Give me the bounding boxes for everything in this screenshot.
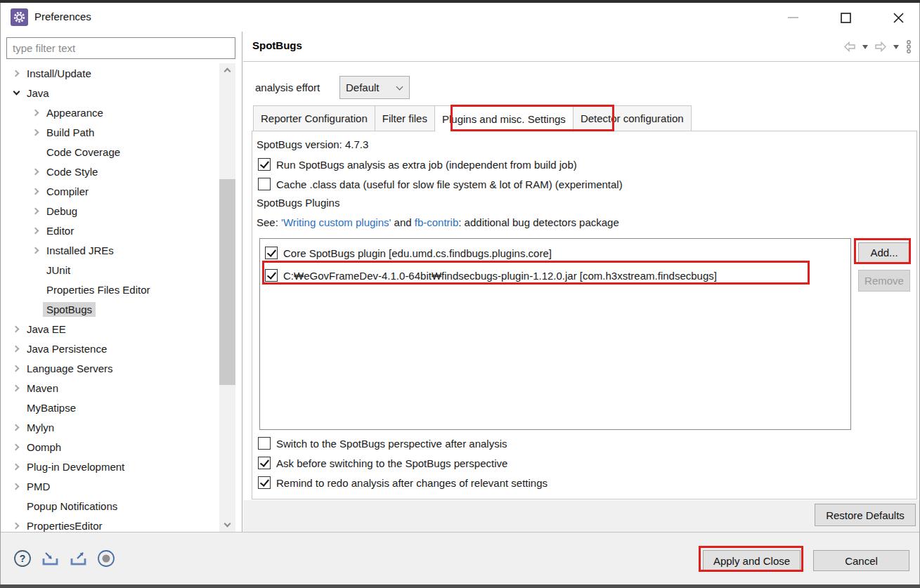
plugins-heading: SpotBugs Plugins [257, 197, 339, 209]
tab-bar: Reporter ConfigurationFilter filesPlugin… [253, 105, 692, 131]
tree-item-mybatipse[interactable]: MyBatipse [1, 398, 219, 417]
back-dropdown-icon[interactable] [862, 45, 868, 49]
back-arrow-icon[interactable] [843, 41, 856, 52]
chevron-collapsed-icon[interactable] [30, 245, 42, 255]
gear-icon [11, 8, 28, 26]
chevron-collapsed-icon[interactable] [30, 107, 42, 117]
plugin-row-1[interactable]: C:₩eGovFrameDev-4.1.0-64bit₩findsecbugs-… [265, 265, 717, 286]
chevron-collapsed-icon[interactable] [11, 324, 22, 334]
tree-item-plug-in-development[interactable]: Plug-in Development [1, 457, 219, 476]
restore-defaults-button[interactable]: Restore Defaults [815, 504, 916, 526]
chevron-collapsed-icon[interactable] [11, 422, 22, 432]
tree-item-label: Properties Files Editor [46, 284, 150, 296]
sidebar-scrollbar[interactable] [219, 63, 235, 532]
cancel-button[interactable]: Cancel [813, 550, 909, 571]
tree-item-install-update[interactable]: Install/Update [1, 63, 219, 83]
no-chevron [30, 285, 42, 294]
tree-item-compiler[interactable]: Compiler [1, 181, 219, 201]
chevron-collapsed-icon[interactable] [30, 166, 42, 176]
tree-item-build-path[interactable]: Build Path [1, 122, 219, 142]
filter-input[interactable] [6, 37, 235, 59]
tree-item-label: JUnit [46, 264, 70, 276]
tab-detector-configuration[interactable]: Detector configuration [574, 105, 692, 131]
checkbox-checked[interactable] [258, 476, 271, 489]
tree-item-mylyn[interactable]: Mylyn [1, 417, 219, 437]
tree-item-label: MyBatipse [27, 402, 76, 414]
checkbox-checked[interactable] [265, 269, 278, 282]
page-nav-toolbar [843, 39, 912, 54]
chevron-expanded-icon[interactable] [11, 88, 22, 98]
tree-item-oomph[interactable]: Oomph [1, 437, 219, 457]
record-icon[interactable] [97, 549, 115, 568]
tree-item-properties-files-editor[interactable]: Properties Files Editor [1, 280, 219, 299]
tree-item-popup-notifications[interactable]: Popup Notifications [1, 496, 219, 516]
checkbox-unchecked[interactable] [258, 437, 271, 450]
tree-item-code-coverage[interactable]: Code Coverage [1, 142, 219, 162]
fb-contrib-link[interactable]: fb-contrib [415, 216, 459, 228]
scroll-up-icon[interactable] [219, 63, 235, 77]
chevron-collapsed-icon[interactable] [30, 186, 42, 196]
maximize-button[interactable] [829, 7, 862, 28]
checkbox-checked[interactable] [258, 158, 271, 171]
import-icon[interactable] [41, 549, 60, 568]
option-ask-before-switching-to-the-spotbugs-per: Ask before switching to the SpotBugs per… [258, 454, 507, 472]
chevron-collapsed-icon[interactable] [11, 462, 22, 471]
forward-arrow-icon[interactable] [874, 41, 887, 52]
tree-item-label: Oomph [27, 441, 61, 453]
restore-defaults-band: Restore Defaults [243, 500, 919, 532]
add-button[interactable]: Add... [858, 242, 910, 263]
see-suffix: : additional bug detectors package [458, 216, 619, 228]
checkbox-unchecked[interactable] [258, 178, 271, 190]
tab-plugins-and-misc-settings[interactable]: Plugins and misc. Settings [435, 105, 574, 132]
plugin-row-0[interactable]: Core SpotBugs plugin [edu.umd.cs.findbug… [265, 242, 552, 263]
tree-item-maven[interactable]: Maven [1, 378, 219, 398]
chevron-collapsed-icon[interactable] [11, 442, 22, 452]
export-icon[interactable] [69, 549, 88, 568]
tree-item-java[interactable]: Java [1, 83, 219, 103]
dialog-footer: ? Apply and Close Cancel [1, 532, 919, 584]
chevron-collapsed-icon[interactable] [11, 363, 22, 373]
scrollbar-thumb[interactable] [219, 179, 235, 385]
tree-item-java-persistence[interactable]: Java Persistence [1, 339, 219, 358]
chevron-collapsed-icon[interactable] [30, 127, 42, 137]
chevron-collapsed-icon[interactable] [11, 521, 22, 530]
chevron-collapsed-icon[interactable] [11, 383, 22, 393]
tab-filter-files[interactable]: Filter files [375, 105, 435, 131]
minimize-button[interactable] [777, 7, 809, 28]
chevron-collapsed-icon[interactable] [30, 226, 42, 235]
scroll-down-icon[interactable] [219, 518, 235, 532]
vertical-dots-icon[interactable] [905, 39, 912, 54]
plugin-list[interactable]: Core SpotBugs plugin [edu.umd.cs.findbug… [259, 238, 851, 430]
tree-item-installed-jres[interactable]: Installed JREs [1, 240, 219, 260]
tree-item-editor[interactable]: Editor [1, 221, 219, 240]
option-label: Remind to redo analysis after changes of… [276, 477, 548, 489]
tree-item-java-ee[interactable]: Java EE [1, 319, 219, 339]
chevron-collapsed-icon[interactable] [30, 206, 42, 216]
tree-item-appearance[interactable]: Appearance [1, 103, 219, 122]
tree-item-label: Installed JREs [46, 244, 114, 256]
tab-reporter-configuration[interactable]: Reporter Configuration [253, 105, 375, 131]
footer-icons: ? [13, 549, 115, 568]
forward-dropdown-icon[interactable] [893, 45, 899, 49]
option-label: Run SpotBugs analysis as extra job (inde… [276, 159, 577, 171]
tree-item-spotbugs[interactable]: SpotBugs [1, 299, 219, 319]
tree-item-pmd[interactable]: PMD [1, 476, 219, 496]
tree-item-language-servers[interactable]: Language Servers [1, 358, 219, 378]
spotbugs-preference-page: SpotBugs analysis effort Default [243, 32, 919, 532]
tree-item-code-style[interactable]: Code Style [1, 162, 219, 181]
checkbox-checked[interactable] [265, 247, 278, 259]
chevron-collapsed-icon[interactable] [11, 481, 22, 491]
title-bar[interactable]: Preferences [1, 3, 919, 32]
tree-item-propertieseditor[interactable]: PropertiesEditor [1, 516, 219, 532]
chevron-collapsed-icon[interactable] [11, 344, 22, 353]
close-button[interactable] [882, 7, 914, 28]
help-icon[interactable]: ? [13, 549, 32, 568]
apply-and-close-button[interactable]: Apply and Close [703, 550, 801, 571]
no-chevron [11, 403, 22, 412]
tree-item-debug[interactable]: Debug [1, 201, 219, 221]
analysis-effort-select[interactable]: Default [339, 76, 410, 99]
tree-item-junit[interactable]: JUnit [1, 260, 219, 280]
checkbox-checked[interactable] [258, 457, 271, 469]
writing-custom-plugins-link[interactable]: 'Writing custom plugins' [281, 216, 391, 228]
chevron-collapsed-icon[interactable] [11, 68, 22, 78]
